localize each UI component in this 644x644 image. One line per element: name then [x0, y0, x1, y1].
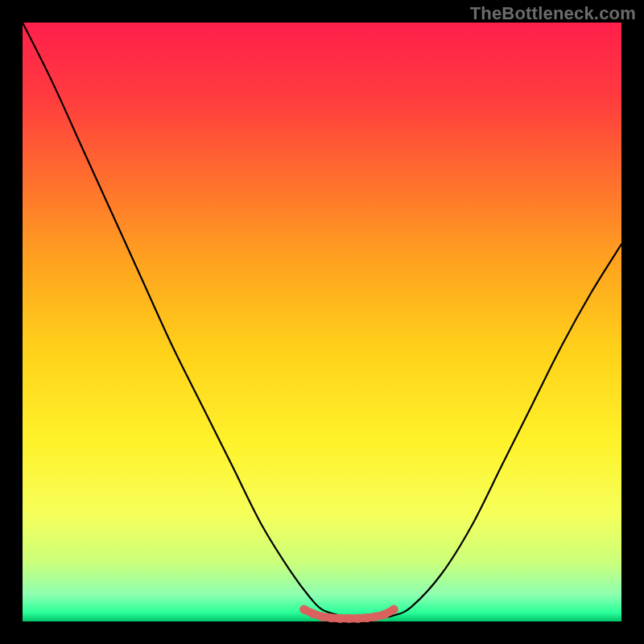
- flat-point: [336, 614, 345, 623]
- plot-background: [23, 23, 621, 621]
- flat-point: [299, 605, 308, 614]
- flat-point: [353, 614, 362, 623]
- bottleneck-chart: [0, 0, 644, 644]
- flat-point: [371, 613, 380, 621]
- flat-point: [327, 613, 336, 622]
- flat-point: [390, 605, 398, 614]
- flat-point: [318, 613, 327, 621]
- chart-frame: TheBottleneck.com: [0, 0, 644, 644]
- flat-point: [362, 613, 371, 622]
- flat-point: [345, 614, 353, 623]
- watermark-text: TheBottleneck.com: [470, 3, 636, 24]
- flat-point: [381, 610, 390, 619]
- flat-point: [308, 609, 317, 618]
